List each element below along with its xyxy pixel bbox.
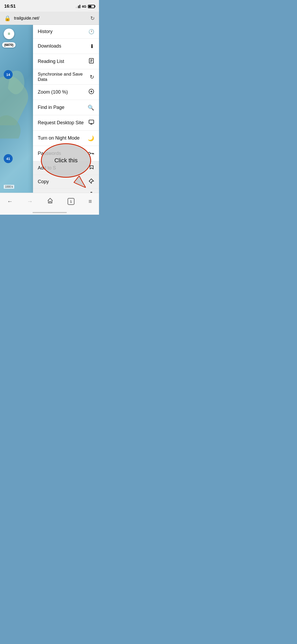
menu-item-history[interactable]: History 🕐 [33,25,99,39]
bottom-nav: ← → 1 ≡ [0,193,99,215]
menu-item-request-desktop[interactable]: Request Desktop Site [33,115,99,131]
menu-item-synchronise[interactable]: Synchronise and Save Data ↻ [33,69,99,85]
menu-button[interactable]: ≡ [85,195,96,208]
back-icon: ← [7,198,13,205]
status-time: 16:51 [4,4,16,9]
svg-rect-7 [89,120,94,123]
find-in-page-label: Find in Page [38,105,64,110]
zoom-label: Zoom (100 %) [38,89,68,95]
svg-point-10 [88,152,90,154]
night-mode-icon: 🌙 [88,135,94,141]
menu-panel: History 🕐 Downloads ⬇ Reading List Synch… [33,25,99,193]
cluster-41: 41 [4,154,13,163]
menu-item-find-in-page[interactable]: Find in Page 🔍 [33,100,99,115]
passwords-icon [88,150,94,157]
menu-item-night-mode[interactable]: Turn on Night Mode 🌙 [33,131,99,146]
tabs-badge: 1 [68,198,74,205]
cluster-14: 14 [4,70,13,79]
map-scale: 1000 k [4,185,14,189]
night-mode-label: Turn on Night Mode [38,135,79,141]
reading-list-icon [88,58,94,65]
menu-item-passwords[interactable]: Passwords [33,146,99,161]
filter-icon: ≡ [8,31,10,36]
desktop-icon [88,119,94,126]
battery-icon [88,5,95,8]
svg-rect-16 [49,201,51,203]
count-badge: (6870) [2,42,16,48]
find-icon: 🔍 [88,104,94,111]
request-desktop-label: Request Desktop Site [38,120,84,126]
refresh-icon[interactable]: ↻ [90,15,95,21]
add-to-s-label: Add to S [38,165,56,171]
copy-label: Copy [38,179,49,185]
downloads-icon: ⬇ [90,43,94,49]
menu-item-downloads[interactable]: Downloads ⬇ [33,39,99,54]
forward-icon: → [27,198,33,205]
history-icon: 🕐 [88,29,94,35]
menu-item-reading-list[interactable]: Reading List [33,54,99,69]
history-label: History [38,29,53,34]
network-label: 4G [82,4,86,8]
home-button[interactable] [43,195,57,208]
home-icon [47,197,53,205]
copy-icon [88,178,94,185]
menu-item-copy[interactable]: Copy [33,175,99,189]
menu-item-zoom[interactable]: Zoom (100 %) [33,85,99,100]
forward-button[interactable]: → [23,195,36,208]
zoom-icon [88,89,94,96]
home-indicator [32,212,67,213]
reading-list-label: Reading List [38,59,64,64]
signal-icon [76,4,80,8]
add-to-s-icon [89,165,94,171]
passwords-label: Passwords [38,151,61,156]
menu-item-add-to-s[interactable]: Add to S [33,161,99,175]
url-bar[interactable]: 🔒 trailguide.net/ ↻ [0,12,99,25]
tabs-button[interactable]: 1 [64,195,78,208]
downloads-label: Downloads [38,43,61,49]
lock-icon: 🔒 [4,15,11,21]
menu-item-send-link[interactable]: Send Link [33,189,99,193]
hamburger-icon: ≡ [88,198,92,205]
back-button[interactable]: ← [3,195,17,208]
url-text: trailguide.net/ [14,16,87,21]
synchronise-label: Synchronise and Save Data [38,72,90,82]
synchronise-icon: ↻ [90,74,94,80]
map-filter-button[interactable]: ≡ [4,29,14,39]
